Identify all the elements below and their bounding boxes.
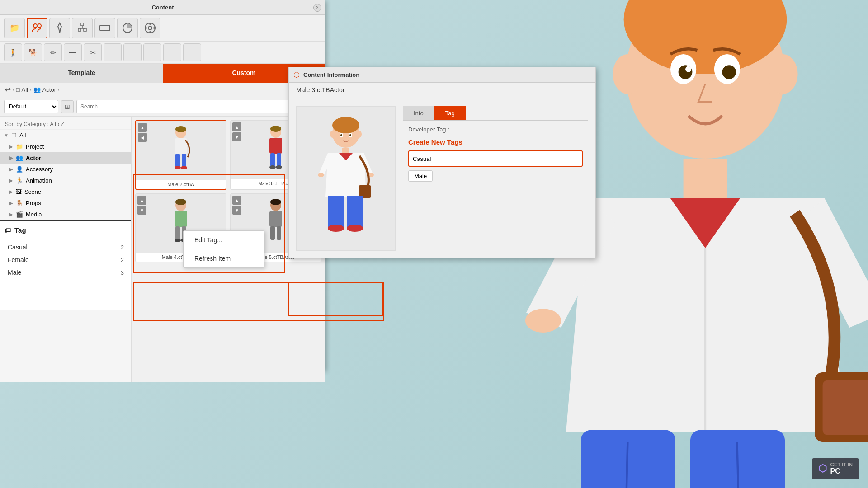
filter-select[interactable]: Default [4,100,58,113]
svg-marker-2 [58,23,61,33]
panel-title: Content [151,4,174,11]
animation-label: Animation [26,177,52,184]
svg-rect-8 [100,25,110,31]
sq1-btn[interactable] [104,43,122,61]
cut-btn[interactable]: ✂ [84,43,102,61]
dash-btn[interactable]: — [64,43,82,61]
svg-point-29 [276,165,282,169]
all-checkbox-icon: ☐ [11,132,17,139]
dialog-tab-info[interactable]: Info [403,106,434,120]
svg-point-13 [149,31,151,33]
context-edit-tag[interactable]: Edit Tag... [184,231,264,249]
actor-label[interactable]: Actor [42,86,56,93]
svg-point-51 [318,173,324,177]
pencil-btn[interactable]: ✏ [44,43,62,61]
chevron-accessory: ▶ [9,167,13,172]
tag-row-male[interactable]: Male 3 [4,266,127,279]
svg-rect-19 [175,154,180,167]
svg-point-15 [153,27,155,29]
svg-point-48 [340,134,342,136]
dialog-tab-tag[interactable]: Tag [434,106,466,120]
shape-btn[interactable] [94,18,115,38]
tree-item-media[interactable]: ▶ 🎬 Media [0,209,131,220]
all-label[interactable]: All [22,86,28,93]
dialog-body: Info Tag Developer Tag : Create New Tags… [289,99,595,258]
svg-point-38 [270,199,281,205]
svg-rect-40 [270,226,275,240]
nav-arrows-male3: ▲ ▼ [232,122,241,141]
tie-btn[interactable] [49,18,70,38]
svg-point-24 [270,126,281,132]
sq3-btn[interactable] [143,43,161,61]
close-button[interactable]: × [313,4,321,12]
watermark-text: GET IT IN PC [830,462,853,475]
dog-btn[interactable]: 🐕 [24,43,42,61]
arrow-up-male3[interactable]: ▲ [232,122,241,131]
svg-rect-33 [175,226,180,240]
svg-rect-26 [270,153,275,167]
tag-casual-count: 2 [121,244,124,251]
accessory-icon: 👤 [16,166,23,173]
tab-template[interactable]: Template [0,64,163,83]
tag-casual-name: Casual [8,244,28,251]
arrow-up-male2[interactable]: ▲ [138,123,147,132]
chevron3: › [58,87,60,93]
chevron-project: ▶ [9,144,13,149]
search-input[interactable] [76,100,291,113]
tree-item-scene[interactable]: ▶ 🖼 Scene [0,186,131,197]
sq5-btn[interactable] [183,43,201,61]
tree-item-project[interactable]: ▶ 📁 Project [0,141,131,152]
arrow-down-male3[interactable]: ▼ [232,132,241,141]
tree-item-props[interactable]: ▶ 🪑 Props [0,197,131,209]
svg-rect-27 [277,153,281,167]
svg-point-12 [149,23,151,25]
actor-btn[interactable] [27,18,47,38]
tree-item-actor[interactable]: ▶ 👥 Actor [0,152,131,164]
all-label-tree: All [19,132,26,139]
tag-chip-male[interactable]: Male [408,170,433,182]
chevron-actor: ▶ [9,155,13,160]
svg-point-28 [269,165,276,169]
back-btn[interactable]: ↩ [5,85,11,94]
context-refresh-item[interactable]: Refresh Item [184,249,264,267]
pie-btn[interactable] [117,18,138,38]
actor-icon: 👥 [33,86,41,93]
tree-item-all[interactable]: ▼ ☐ All [0,130,131,141]
folder-btn[interactable]: 📁 [4,18,25,38]
tag-row-casual[interactable]: Casual 2 [4,241,127,253]
arrow-down-male5[interactable]: ▼ [232,206,241,215]
chevron-scene: ▶ [9,189,13,194]
arrow-up-male5[interactable]: ▲ [232,196,241,205]
svg-rect-7 [84,28,86,31]
svg-rect-3 [81,23,84,26]
tag-input[interactable] [408,150,583,167]
grid-item-male2-thumb: ▲ ◀ [136,121,226,180]
hierarchy-btn[interactable] [72,18,93,38]
reel-btn[interactable] [140,18,160,38]
tag-row-female[interactable]: Female 2 [4,253,127,266]
chevron-animation: ▶ [9,178,13,183]
tree-item-animation[interactable]: ▶ 🏃 Animation [0,175,131,186]
filter-icon-btn[interactable]: ⊞ [61,100,74,113]
nav-arrows-male2: ▲ ◀ [138,123,147,142]
arrow-up-male4[interactable]: ▲ [137,196,146,205]
svg-point-14 [145,27,147,29]
walk-btn[interactable]: 🚶 [4,43,22,61]
sq2-btn[interactable] [123,43,142,61]
svg-rect-20 [182,154,186,167]
animation-icon: 🏃 [16,177,23,184]
dialog-preview [296,106,396,251]
svg-rect-39 [269,211,282,227]
grid-item-male2[interactable]: ▲ ◀ [135,120,226,190]
watermark-pc: PC [830,467,840,475]
chevron2: › [30,87,32,93]
content-panel: Content × 📁 [0,0,326,371]
arrow-left-male2[interactable]: ◀ [138,133,147,142]
arrow-down-male4[interactable]: ▼ [137,206,146,215]
scene-label: Scene [24,188,41,195]
tag-header-label: Tag [14,226,26,234]
dialog-content: Developer Tag : Create New Tags Male [403,121,588,187]
create-tags-title: Create New Tags [408,138,583,146]
sq4-btn[interactable] [163,43,181,61]
tree-item-accessory[interactable]: ▶ 👤 Accessory [0,164,131,175]
